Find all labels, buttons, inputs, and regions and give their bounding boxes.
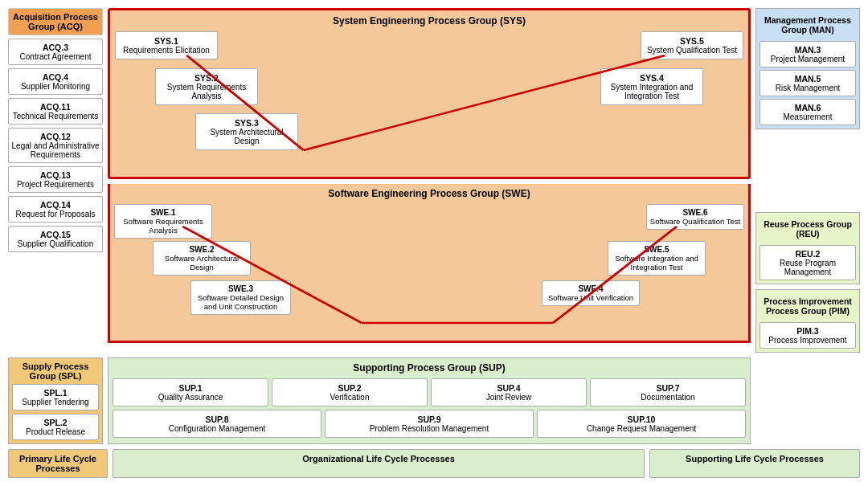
pim-group: Process Improvement Process Group (PIM) … — [755, 289, 860, 353]
top-section: Acquisition Process Group (ACQ) ACQ.3 Co… — [8, 8, 860, 353]
sys5-box: SYS.5 System Qualification Test — [641, 31, 743, 59]
spl2-box: SPL.2 Product Release — [12, 414, 99, 440]
bottom-section: Supply Process Group (SPL) SPL.1 Supplie… — [8, 357, 860, 444]
sup-group: Supporting Process Group (SUP) SUP.1 Qua… — [108, 357, 751, 444]
swe2-box: SWE.2 Software Architectural Design — [153, 241, 251, 276]
sup10-box: SUP.10 Change Request Management — [537, 410, 746, 438]
footer-org: Organizational Life Cycle Processes — [113, 449, 645, 478]
spl-group: Supply Process Group (SPL) SPL.1 Supplie… — [8, 357, 103, 444]
right-bottom-spacer — [755, 357, 860, 444]
acq4-box: ACQ.4 Supplier Monitoring — [8, 68, 103, 95]
pim-title: Process Improvement Process Group (PIM) — [760, 293, 856, 319]
man3-box: MAN.3 Project Management — [760, 41, 856, 67]
sys-group: System Engineering Process Group (SYS) S… — [108, 8, 751, 179]
sup-row1: SUP.1 Quality Assurance SUP.2 Verificati… — [113, 378, 746, 406]
footer-labels: Primary Life Cycle Processes Organizatio… — [8, 449, 860, 478]
swe6-box: SWE.6 Software Qualification Test — [646, 204, 744, 230]
reu-group: Reuse Process Group (REU) REU.2 Reuse Pr… — [755, 212, 860, 284]
sup9-box: SUP.9 Problem Resolution Management — [325, 410, 534, 438]
sup7-box: SUP.7 Documentation — [590, 378, 746, 406]
acq-group: Acquisition Process Group (ACQ) ACQ.3 Co… — [8, 8, 103, 353]
sup4-box: SUP.4 Joint Review — [431, 378, 587, 406]
sup-grid: SUP.1 Quality Assurance SUP.2 Verificati… — [113, 378, 746, 438]
sup2-box: SUP.2 Verification — [272, 378, 428, 406]
acq11-box: ACQ.11 Technical Requirements — [8, 98, 103, 125]
pim3-box: PIM.3 Process Improvement — [760, 322, 856, 349]
footer-primary: Primary Life Cycle Processes — [8, 449, 108, 478]
center-area: System Engineering Process Group (SYS) S… — [108, 8, 751, 353]
swe3-box: SWE.3 Software Detailed Design and Unit … — [190, 280, 291, 315]
sys1-box: SYS.1 Requirements Elicitation — [115, 31, 218, 59]
sup1-box: SUP.1 Quality Assurance — [113, 378, 268, 406]
acq13-box: ACQ.13 Project Requirements — [8, 166, 103, 193]
swe-title: Software Engineering Process Group (SWE) — [114, 188, 744, 199]
man-title: Management Process Group (MAN) — [760, 12, 856, 38]
sup8-box: SUP.8 Configuration Management — [113, 410, 321, 438]
acq12-box: ACQ.12 Legal and Administrative Requirem… — [8, 128, 103, 163]
swe1-box: SWE.1 Software Requirements Analysis — [114, 204, 212, 239]
sys3-box: SYS.3 System Architectural Design — [195, 113, 298, 150]
swe-group: Software Engineering Process Group (SWE)… — [108, 184, 751, 343]
acq-title: Acquisition Process Group (ACQ) — [8, 8, 103, 35]
man6-box: MAN.6 Measurement — [760, 99, 856, 125]
swe4-box: SWE.4 Software Unit Verification — [542, 280, 640, 306]
man5-box: MAN.5 Risk Management — [760, 70, 856, 96]
sup-title: Supporting Process Group (SUP) — [113, 362, 746, 374]
sys-title: System Engineering Process Group (SYS) — [115, 15, 743, 27]
acq3-box: ACQ.3 Contract Agreement — [8, 39, 103, 65]
footer-supporting: Supporting Life Cycle Processes — [649, 449, 860, 478]
main-container: Acquisition Process Group (ACQ) ACQ.3 Co… — [0, 0, 868, 486]
man-group: Management Process Group (MAN) MAN.3 Pro… — [755, 8, 860, 129]
reu-title: Reuse Process Group (REU) — [760, 216, 856, 242]
sys4-box: SYS.4 System Integration and Integration… — [600, 68, 703, 105]
spl-title: Supply Process Group (SPL) — [12, 361, 99, 381]
reu2-box: REU.2 Reuse Program Management — [760, 245, 856, 280]
sup-row2: SUP.8 Configuration Management SUP.9 Pro… — [113, 410, 746, 438]
swe5-box: SWE.5 Software Integration and Integrati… — [608, 241, 706, 276]
acq14-box: ACQ.14 Request for Proposals — [8, 196, 103, 223]
right-sidebar: Management Process Group (MAN) MAN.3 Pro… — [755, 8, 860, 353]
acq15-box: ACQ.15 Supplier Qualification — [8, 226, 103, 252]
spl1-box: SPL.1 Supplier Tendering — [12, 384, 99, 410]
sys2-box: SYS.2 System Requirements Analysis — [155, 68, 258, 105]
